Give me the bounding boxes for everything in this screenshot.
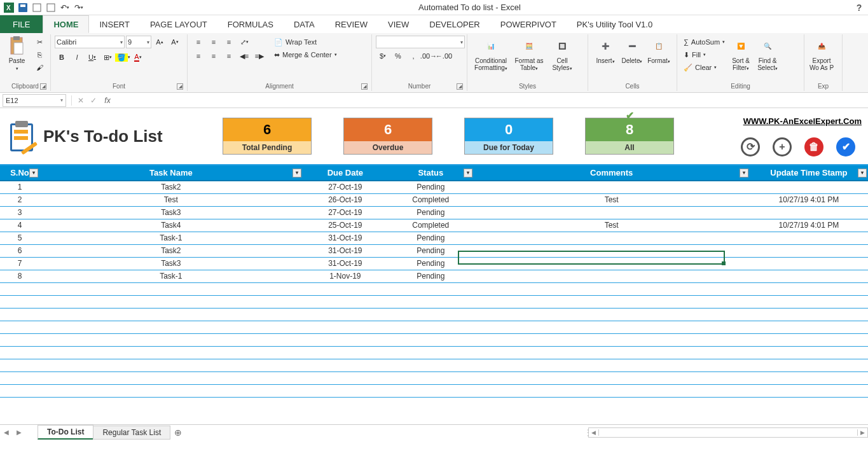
fx-icon[interactable]: fx: [100, 96, 115, 105]
dialog-launcher-icon[interactable]: ◢: [40, 83, 46, 90]
bold-button[interactable]: B: [55, 51, 69, 64]
col-status[interactable]: Status▾: [388, 165, 473, 181]
currency-icon[interactable]: $▾: [376, 50, 390, 62]
delete-task-button[interactable]: 🗑: [804, 137, 823, 156]
table-row[interactable]: 2Test26-Oct-19CompletedTest10/27/19 4:01…: [0, 193, 868, 206]
table-row[interactable]: 3Task327-Oct-19Pending: [0, 206, 868, 219]
kpi-due-today[interactable]: 0 Due for Today: [464, 118, 553, 155]
fill-color-icon[interactable]: 🪣▾: [116, 51, 130, 64]
tab-page-layout[interactable]: PAGE LAYOUT: [140, 15, 217, 33]
cell-styles-button[interactable]: 🔲Cell Styles▾: [548, 36, 577, 71]
tab-home[interactable]: HOME: [43, 15, 89, 33]
number-format-combo[interactable]: ▾: [376, 36, 465, 48]
redo-icon[interactable]: ↷ ▾: [72, 2, 85, 13]
filter-icon[interactable]: ▾: [293, 169, 301, 177]
website-link[interactable]: WWW.PK-AnExcelExpert.Com: [741, 116, 862, 126]
cut-icon[interactable]: ✂: [32, 36, 46, 48]
mark-done-button[interactable]: ✔: [836, 137, 855, 156]
qat-icon[interactable]: [45, 2, 57, 13]
table-row[interactable]: 6Task231-Oct-19Pending: [0, 244, 868, 257]
border-icon[interactable]: ⊞▾: [100, 51, 114, 64]
table-row[interactable]: [0, 333, 868, 346]
undo-icon[interactable]: ↶ ▾: [59, 2, 71, 13]
find-select-button[interactable]: 🔍Find & Select▾: [754, 36, 781, 71]
font-color-icon[interactable]: A▾: [131, 51, 145, 64]
filter-icon[interactable]: ▾: [29, 169, 38, 177]
format-as-table-button[interactable]: 🧮Format as Table▾: [511, 36, 548, 71]
kpi-all[interactable]: ✔ 8 All: [585, 118, 674, 155]
increase-decimal-icon[interactable]: .00→: [422, 50, 436, 62]
filter-icon[interactable]: ▾: [740, 169, 748, 177]
tab-insert[interactable]: INSERT: [89, 15, 139, 33]
sort-filter-button[interactable]: 🔽Sort & Filter▾: [727, 36, 754, 71]
table-row[interactable]: [0, 384, 868, 397]
table-row[interactable]: [0, 295, 868, 308]
tab-data[interactable]: DATA: [284, 15, 325, 33]
table-row[interactable]: 7Task331-Oct-19Pending: [0, 257, 868, 270]
file-tab[interactable]: FILE: [0, 15, 43, 33]
tab-formulas[interactable]: FORMULAS: [217, 15, 284, 33]
worksheet[interactable]: PK's To-do List 6 Total Pending 6 Overdu…: [0, 108, 868, 424]
format-painter-icon[interactable]: 🖌: [32, 61, 46, 74]
add-sheet-button[interactable]: ⊕: [170, 427, 186, 438]
decrease-decimal-icon[interactable]: ←.00: [437, 50, 451, 62]
sheet-nav-prev-icon[interactable]: ◀: [0, 429, 13, 436]
align-right-icon[interactable]: ≡: [222, 50, 236, 62]
dialog-launcher-icon[interactable]: ◢: [177, 83, 183, 90]
percent-icon[interactable]: %: [391, 50, 405, 62]
table-row[interactable]: 4Task425-Oct-19CompletedTest10/27/19 4:0…: [0, 219, 868, 232]
dialog-launcher-icon[interactable]: ◢: [457, 83, 463, 90]
sheet-nav-next-icon[interactable]: ▶: [13, 429, 25, 436]
font-size-combo[interactable]: 9▾: [126, 36, 151, 48]
sheet-tab-active[interactable]: To-Do List: [38, 425, 93, 440]
tab-pk-utility[interactable]: PK's Utility Tool V1.0: [567, 15, 663, 33]
filter-icon[interactable]: ▾: [464, 169, 472, 177]
align-bottom-icon[interactable]: ≡: [222, 36, 236, 48]
add-task-button[interactable]: +: [773, 137, 792, 156]
comma-icon[interactable]: ,: [406, 50, 420, 62]
qat-icon[interactable]: [31, 2, 43, 13]
delete-cells-button[interactable]: ➖Delete▾: [619, 36, 645, 64]
table-row[interactable]: [0, 308, 868, 321]
horizontal-scrollbar[interactable]: ◀▶: [588, 427, 868, 438]
col-comments[interactable]: Comments▾: [474, 165, 750, 181]
table-row[interactable]: 5Task-131-Oct-19Pending: [0, 232, 868, 244]
col-sno[interactable]: S.No▾: [0, 165, 39, 181]
name-box[interactable]: E12▾: [3, 94, 66, 107]
copy-icon[interactable]: ⎘: [32, 48, 46, 61]
merge-center-button[interactable]: ⬌Merge & Center▾: [272, 48, 340, 61]
col-task[interactable]: Task Name▾: [39, 165, 303, 181]
decrease-font-icon[interactable]: A▾: [168, 36, 182, 48]
tab-developer[interactable]: DEVELOPER: [419, 15, 490, 33]
export-button[interactable]: 📤Export Wo As P: [808, 36, 835, 71]
help-icon[interactable]: ?: [853, 3, 865, 13]
table-row[interactable]: 8Task-11-Nov-19Pending: [0, 270, 868, 282]
table-row[interactable]: [0, 371, 868, 384]
table-row[interactable]: [0, 359, 868, 371]
save-icon[interactable]: [17, 2, 29, 13]
italic-button[interactable]: I: [70, 51, 84, 64]
orientation-icon[interactable]: ⤢▾: [237, 36, 251, 48]
cancel-formula-icon[interactable]: ✕: [74, 96, 87, 105]
insert-cells-button[interactable]: ➕Insert▾: [592, 36, 619, 64]
table-row[interactable]: [0, 346, 868, 359]
fill-button[interactable]: ⬇ Fill ▾: [681, 48, 727, 61]
table-row[interactable]: [0, 282, 868, 295]
format-cells-button[interactable]: 📋Format▾: [645, 36, 672, 64]
font-name-combo[interactable]: Calibri▾: [55, 36, 125, 48]
wrap-text-button[interactable]: 📄Wrap Text: [272, 36, 340, 48]
increase-font-icon[interactable]: A▴: [153, 36, 167, 48]
autosum-button[interactable]: ∑ AutoSum ▾: [681, 36, 727, 48]
align-center-icon[interactable]: ≡: [207, 50, 221, 62]
col-due[interactable]: Due Date: [303, 165, 388, 181]
enter-formula-icon[interactable]: ✓: [87, 96, 100, 105]
table-row[interactable]: [0, 321, 868, 333]
tab-view[interactable]: VIEW: [378, 15, 419, 33]
table-row[interactable]: 1Task227-Oct-19Pending: [0, 181, 868, 193]
align-middle-icon[interactable]: ≡: [207, 36, 221, 48]
align-top-icon[interactable]: ≡: [191, 36, 205, 48]
decrease-indent-icon[interactable]: ◀≡: [237, 50, 251, 62]
kpi-overdue[interactable]: 6 Overdue: [343, 118, 432, 155]
align-left-icon[interactable]: ≡: [191, 50, 205, 62]
kpi-total-pending[interactable]: 6 Total Pending: [223, 118, 312, 155]
